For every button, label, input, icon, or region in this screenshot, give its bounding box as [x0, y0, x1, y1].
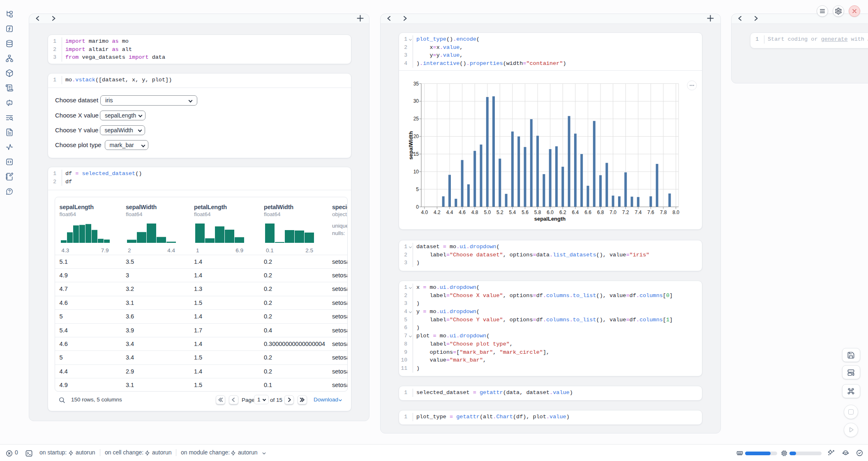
svg-text:25: 25: [413, 116, 419, 122]
svg-text:15: 15: [413, 151, 419, 157]
svg-text:7.4: 7.4: [635, 210, 642, 215]
svg-text:4.6: 4.6: [459, 210, 466, 215]
svg-text:4.0: 4.0: [421, 210, 428, 215]
svg-text:35: 35: [413, 81, 419, 87]
svg-text:5.4: 5.4: [509, 210, 516, 215]
svg-text:7.6: 7.6: [647, 210, 654, 215]
svg-text:8.0: 8.0: [672, 210, 679, 215]
svg-text:7.2: 7.2: [622, 210, 629, 215]
svg-text:10: 10: [413, 169, 419, 175]
svg-text:6.8: 6.8: [597, 210, 604, 215]
svg-text:5.2: 5.2: [496, 210, 503, 215]
svg-text:5.0: 5.0: [484, 210, 491, 215]
svg-text:6.0: 6.0: [547, 210, 554, 215]
svg-text:5.6: 5.6: [522, 210, 529, 215]
svg-text:7.8: 7.8: [660, 210, 667, 215]
svg-text:5.8: 5.8: [534, 210, 541, 215]
svg-text:sepalWidth: sepalWidth: [408, 131, 414, 159]
svg-text:0: 0: [416, 204, 419, 210]
svg-text:6.6: 6.6: [584, 210, 591, 215]
svg-text:6.2: 6.2: [559, 210, 566, 215]
svg-text:sepalLength: sepalLength: [534, 216, 566, 222]
svg-text:5: 5: [416, 187, 419, 192]
svg-text:4.4: 4.4: [446, 210, 453, 215]
svg-text:20: 20: [413, 134, 419, 139]
svg-text:4.2: 4.2: [434, 210, 441, 215]
svg-text:30: 30: [413, 98, 419, 104]
svg-text:7.0: 7.0: [609, 210, 616, 215]
svg-text:4.8: 4.8: [471, 210, 478, 215]
svg-text:6.4: 6.4: [572, 210, 579, 215]
